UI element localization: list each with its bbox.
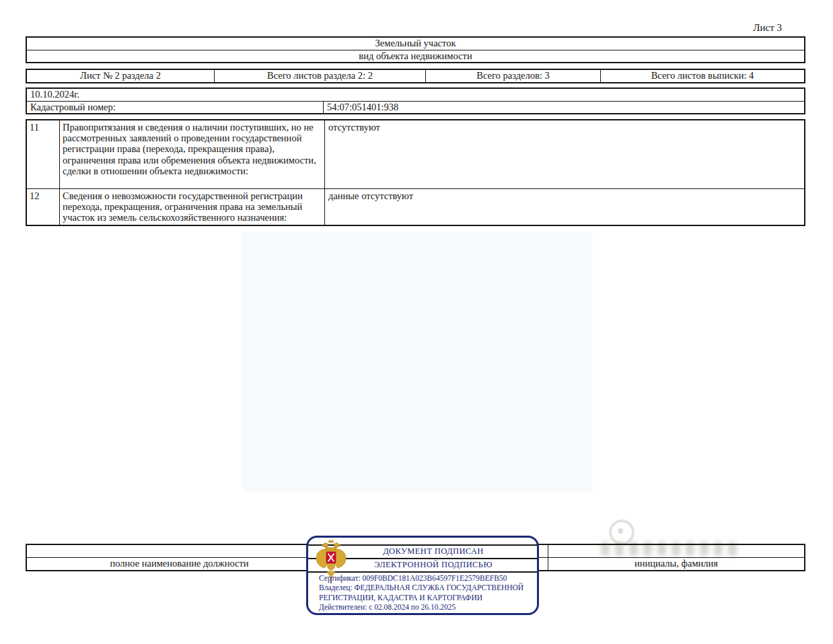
extract-date: 10.10.2024г.: [27, 89, 804, 101]
sheet-info-cell-sections: Всего разделов: 3: [425, 70, 600, 82]
name-caption: инициалы, фамилия: [548, 558, 804, 570]
table-row-11: 11 Правопритязания и сведения о наличии …: [27, 120, 804, 188]
page-watermark-tint: [242, 232, 592, 491]
object-type-value: Земельный участок: [27, 38, 804, 50]
cadastral-number-label: Кадастровый номер:: [27, 102, 323, 113]
stamp-owner-line2: РЕГИСТРАЦИИ, КАДАСТРА И КАРТОГРАФИИ: [319, 593, 530, 602]
record-label: Сведения о невозможности государственной…: [59, 189, 324, 225]
records-table: 11 Правопритязания и сведения о наличии …: [26, 119, 805, 226]
cadastral-number-value: 54:07:051401:938: [323, 102, 804, 113]
sheet-info-table: Лист № 2 раздела 2 Всего листов раздела …: [26, 69, 805, 83]
signature-cell-position-blank: [27, 545, 332, 557]
sheet-info-cell-extract-total: Всего листов выписки: 4: [600, 70, 804, 82]
record-value: отсутствуют: [324, 120, 804, 188]
sheet-info-cell-section-sheet: Лист № 2 раздела 2: [27, 70, 214, 82]
stamp-title-line1: ДОКУМЕНТ ПОДПИСАН: [346, 546, 521, 557]
digital-signature-stamp: ДОКУМЕНТ ПОДПИСАН ЭЛЕКТРОННОЙ ПОДПИСЬЮ С…: [306, 536, 539, 615]
sheet-number: Лист 3: [753, 22, 782, 34]
record-number: 12: [27, 189, 59, 225]
record-value: данные отсутствуют: [324, 189, 804, 225]
stamp-title-line2: ЭЛЕКТРОННОЙ ПОДПИСЬЮ: [346, 559, 521, 571]
signature-cell-name-blank: [548, 545, 804, 557]
position-caption: полное наименование должности: [27, 558, 332, 570]
rosreestr-eagle-icon: [316, 538, 347, 584]
object-type-caption: вид объекта недвижимости: [27, 50, 804, 62]
egrn-extract-page: Лист 3 Земельный участок вид объекта нед…: [0, 0, 833, 644]
stamp-owner-line1: Владелец: ФЕДЕРАЛЬНАЯ СЛУЖБА ГОСУДАРСТВЕ…: [319, 583, 530, 592]
record-label: Правопритязания и сведения о наличии пос…: [59, 120, 324, 188]
stamp-certificate: Сертификат: 009F0BDC181A023B64597F1E2579…: [319, 573, 530, 583]
stamp-validity: Действителен: с 02.08.2024 по 26.10.2025: [319, 602, 530, 612]
record-number: 11: [27, 120, 59, 188]
sheet-info-cell-section-total: Всего листов раздела 2: 2: [214, 70, 425, 82]
meta-table: 10.10.2024г. Кадастровый номер: 54:07:05…: [26, 87, 805, 114]
object-type-table: Земельный участок вид объекта недвижимос…: [26, 36, 805, 63]
table-row-12: 12 Сведения о невозможности государствен…: [27, 188, 804, 225]
